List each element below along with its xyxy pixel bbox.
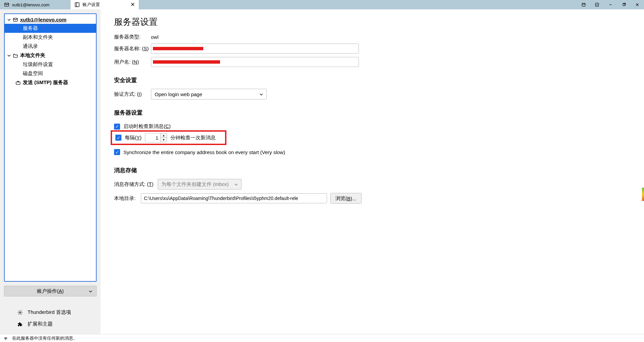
folder-icon	[13, 53, 18, 58]
server-name-label: 服务器名称: (S)	[114, 46, 151, 52]
check-every-checkbox[interactable]: ✓	[115, 135, 121, 141]
addons-label: 扩展和主题	[28, 321, 53, 327]
tree-item-server-label: 服务器	[23, 25, 38, 31]
activity-icon	[3, 336, 8, 341]
svg-rect-1	[75, 3, 79, 7]
titlebar-spacer	[139, 0, 577, 9]
puzzle-icon	[17, 322, 23, 327]
accent-indicator	[642, 188, 644, 201]
browse-button[interactable]: 浏览(B)...	[330, 193, 362, 204]
redaction	[153, 60, 220, 64]
tree-item-disk[interactable]: 磁盘空间	[5, 69, 96, 78]
account-tree: xutb1@lenovo.com 服务器 副本和文件夹 通讯录 本地文件夹 垃圾…	[4, 13, 97, 282]
server-type-label: 服务器类型:	[114, 34, 151, 40]
main: xutb1@lenovo.com 服务器 副本和文件夹 通讯录 本地文件夹 垃圾…	[0, 9, 644, 334]
check-on-start-checkbox[interactable]: ✓	[114, 124, 120, 130]
storage-mode-value: 为每个文件夹创建文件 (mbox)	[161, 181, 229, 188]
auth-label: 验证方式: (I)	[114, 91, 151, 97]
storage-heading: 消息存储	[114, 166, 631, 174]
svg-point-14	[19, 312, 21, 313]
server-name-row: 服务器名称: (S)	[114, 44, 631, 54]
sidebar: xutb1@lenovo.com 服务器 副本和文件夹 通讯录 本地文件夹 垃圾…	[0, 9, 101, 334]
tree-item-copies-label: 副本和文件夹	[23, 34, 53, 41]
page-title: 服务器设置	[114, 16, 631, 28]
thunderbird-prefs-link[interactable]: Thunderbird 首选项	[17, 306, 97, 318]
check-every-label: 每隔(Y)	[125, 135, 142, 141]
tree-item-server[interactable]: 服务器	[5, 24, 96, 33]
tree-account-label: xutb1@lenovo.com	[20, 17, 66, 22]
tasks-icon[interactable]	[590, 0, 604, 9]
outbox-icon	[15, 80, 21, 85]
status-message: 在此服务器中没有任何新的消息。	[12, 335, 77, 341]
settings-panel-icon	[74, 2, 80, 7]
content: 服务器设置 服务器类型: owl 服务器名称: (S) 用户名: (N) 安全设…	[101, 9, 644, 334]
check-on-start-label: 启动时检查新消息(C)	[123, 123, 171, 130]
local-dir-input[interactable]	[141, 193, 327, 203]
step-down-button[interactable]: ▼	[161, 138, 167, 142]
tree-item-addressbook[interactable]: 通讯录	[5, 42, 96, 51]
maximize-button[interactable]	[617, 0, 631, 9]
addons-link[interactable]: 扩展和主题	[17, 318, 97, 330]
tree-item-copies[interactable]: 副本和文件夹	[5, 33, 96, 42]
storage-mode-row: 消息存储方式: (T) 为每个文件夹创建文件 (mbox)	[114, 179, 631, 190]
svg-rect-7	[595, 3, 598, 6]
sync-addressbook-row: ✓ Synchronize the entire company address…	[114, 147, 631, 157]
tab-settings-label: 账户设置	[83, 2, 100, 8]
username-label: 用户名: (N)	[114, 59, 151, 65]
tree-item-addressbook-label: 通讯录	[23, 43, 38, 50]
tab-mail[interactable]: xutb1@lenovo.com	[0, 0, 70, 9]
server-type-row: 服务器类型: owl	[114, 34, 631, 40]
svg-rect-9	[623, 4, 625, 6]
sync-addressbook-checkbox[interactable]: ✓	[114, 149, 120, 155]
local-dir-label: 本地目录:	[114, 195, 141, 202]
tree-smtp-label: 发送 (SMTP) 服务器	[23, 79, 68, 86]
chevron-down-icon	[260, 91, 263, 97]
chevron-down-icon	[234, 182, 238, 187]
calendar-icon[interactable]	[577, 0, 590, 9]
account-actions-button[interactable]: 账户操作(A)	[4, 286, 97, 296]
storage-mode-label: 消息存储方式: (T)	[114, 181, 158, 188]
auth-row: 验证方式: (I) Open login web page	[114, 89, 631, 99]
interval-stepper[interactable]: ▲ ▼	[145, 133, 167, 142]
tab-mail-label: xutb1@lenovo.com	[12, 2, 49, 7]
window-buttons	[577, 0, 644, 9]
tree-item-disk-label: 磁盘空间	[23, 70, 43, 77]
sync-addressbook-label: Synchronize the entire company address b…	[123, 149, 285, 155]
chevron-down-icon	[7, 54, 11, 57]
storage-mode-select: 为每个文件夹创建文件 (mbox)	[158, 179, 241, 190]
tree-account[interactable]: xutb1@lenovo.com	[5, 15, 96, 24]
tree-smtp[interactable]: 发送 (SMTP) 服务器	[5, 78, 96, 87]
stepper-controls: ▲ ▼	[160, 133, 167, 142]
chevron-down-icon	[7, 18, 11, 21]
auth-select-value: Open login web page	[155, 91, 202, 97]
tree-local-label: 本地文件夹	[20, 52, 45, 59]
server-settings-heading: 服务器设置	[114, 109, 631, 117]
svg-rect-3	[582, 3, 585, 6]
interval-input[interactable]	[145, 135, 160, 141]
highlighted-interval-row: ✓ 每隔(Y) ▲ ▼ 分钟检查一次新消息	[111, 130, 226, 145]
tree-item-junk-label: 垃圾邮件设置	[23, 61, 53, 68]
svg-point-15	[5, 339, 6, 339]
local-dir-row: 本地目录: 浏览(B)...	[114, 193, 631, 204]
minimize-button[interactable]	[604, 0, 617, 9]
check-every-suffix: 分钟检查一次新消息	[170, 135, 216, 141]
redaction	[153, 47, 203, 50]
sidebar-bottom-links: Thunderbird 首选项 扩展和主题	[4, 306, 97, 330]
tree-item-junk[interactable]: 垃圾邮件设置	[5, 60, 96, 69]
server-type-value: owl	[151, 34, 159, 40]
titlebar: xutb1@lenovo.com 账户设置 ✕	[0, 0, 644, 9]
statusbar: 在此服务器中没有任何新的消息。	[0, 334, 644, 342]
tree-local-folders[interactable]: 本地文件夹	[5, 51, 96, 60]
mail-icon	[4, 2, 9, 7]
close-button[interactable]	[631, 0, 644, 9]
gear-icon	[17, 310, 23, 315]
auth-select[interactable]: Open login web page	[151, 89, 267, 99]
security-heading: 安全设置	[114, 76, 631, 84]
thunderbird-prefs-label: Thunderbird 首选项	[28, 309, 71, 316]
close-icon[interactable]: ✕	[130, 2, 135, 7]
mail-icon	[13, 17, 18, 22]
chevron-down-icon	[89, 288, 92, 294]
username-row: 用户名: (N)	[114, 57, 631, 67]
tab-account-settings[interactable]: 账户设置 ✕	[70, 0, 139, 9]
step-up-button[interactable]: ▲	[161, 133, 167, 138]
